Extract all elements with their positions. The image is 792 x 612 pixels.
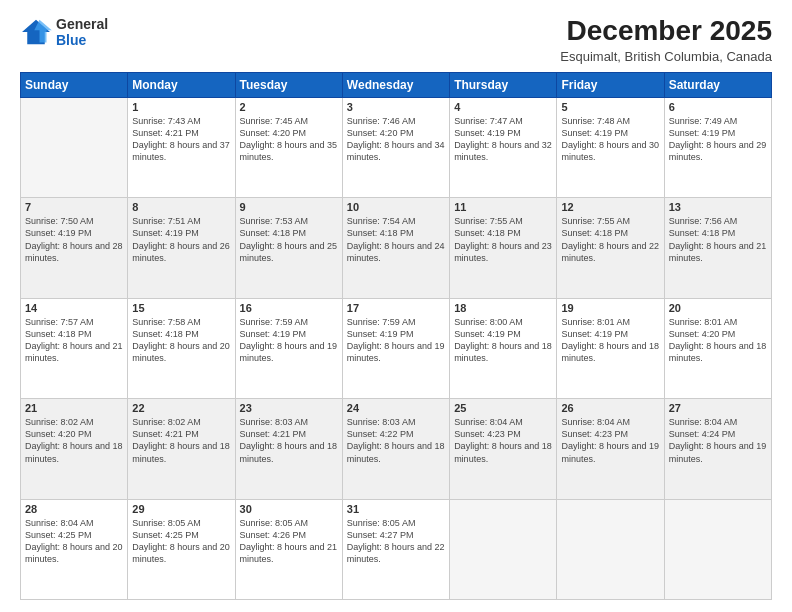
day-number: 4 [454,101,552,113]
day-number: 20 [669,302,767,314]
table-row: 22Sunrise: 8:02 AMSunset: 4:21 PMDayligh… [128,399,235,499]
table-row: 19Sunrise: 8:01 AMSunset: 4:19 PMDayligh… [557,298,664,398]
table-row: 12Sunrise: 7:55 AMSunset: 4:18 PMDayligh… [557,198,664,298]
day-number: 28 [25,503,123,515]
cell-details: Sunrise: 8:04 AMSunset: 4:25 PMDaylight:… [25,517,123,566]
table-row: 6Sunrise: 7:49 AMSunset: 4:19 PMDaylight… [664,97,771,197]
table-row: 8Sunrise: 7:51 AMSunset: 4:19 PMDaylight… [128,198,235,298]
cell-details: Sunrise: 8:05 AMSunset: 4:26 PMDaylight:… [240,517,338,566]
day-number: 26 [561,402,659,414]
cell-details: Sunrise: 7:50 AMSunset: 4:19 PMDaylight:… [25,215,123,264]
cell-details: Sunrise: 8:01 AMSunset: 4:20 PMDaylight:… [669,316,767,365]
table-row: 1Sunrise: 7:43 AMSunset: 4:21 PMDaylight… [128,97,235,197]
day-number: 6 [669,101,767,113]
day-header-saturday: Saturday [664,72,771,97]
day-number: 14 [25,302,123,314]
cell-details: Sunrise: 7:55 AMSunset: 4:18 PMDaylight:… [454,215,552,264]
table-row: 25Sunrise: 8:04 AMSunset: 4:23 PMDayligh… [450,399,557,499]
day-header-friday: Friday [557,72,664,97]
calendar-table: SundayMondayTuesdayWednesdayThursdayFrid… [20,72,772,600]
header: General Blue December 2025 Esquimalt, Br… [20,16,772,64]
cell-details: Sunrise: 7:46 AMSunset: 4:20 PMDaylight:… [347,115,445,164]
day-number: 16 [240,302,338,314]
day-number: 17 [347,302,445,314]
table-row: 10Sunrise: 7:54 AMSunset: 4:18 PMDayligh… [342,198,449,298]
table-row [450,499,557,599]
table-row: 7Sunrise: 7:50 AMSunset: 4:19 PMDaylight… [21,198,128,298]
day-number: 30 [240,503,338,515]
table-row: 13Sunrise: 7:56 AMSunset: 4:18 PMDayligh… [664,198,771,298]
table-row: 16Sunrise: 7:59 AMSunset: 4:19 PMDayligh… [235,298,342,398]
day-number: 11 [454,201,552,213]
cell-details: Sunrise: 7:49 AMSunset: 4:19 PMDaylight:… [669,115,767,164]
cell-details: Sunrise: 7:56 AMSunset: 4:18 PMDaylight:… [669,215,767,264]
day-number: 24 [347,402,445,414]
subtitle: Esquimalt, British Columbia, Canada [560,49,772,64]
table-row: 23Sunrise: 8:03 AMSunset: 4:21 PMDayligh… [235,399,342,499]
cell-details: Sunrise: 7:54 AMSunset: 4:18 PMDaylight:… [347,215,445,264]
table-row [664,499,771,599]
cell-details: Sunrise: 7:55 AMSunset: 4:18 PMDaylight:… [561,215,659,264]
day-header-thursday: Thursday [450,72,557,97]
day-header-sunday: Sunday [21,72,128,97]
cell-details: Sunrise: 8:05 AMSunset: 4:27 PMDaylight:… [347,517,445,566]
table-row [557,499,664,599]
cell-details: Sunrise: 7:47 AMSunset: 4:19 PMDaylight:… [454,115,552,164]
table-row: 30Sunrise: 8:05 AMSunset: 4:26 PMDayligh… [235,499,342,599]
cell-details: Sunrise: 7:48 AMSunset: 4:19 PMDaylight:… [561,115,659,164]
day-number: 18 [454,302,552,314]
cell-details: Sunrise: 8:04 AMSunset: 4:24 PMDaylight:… [669,416,767,465]
day-header-monday: Monday [128,72,235,97]
day-number: 9 [240,201,338,213]
table-row: 24Sunrise: 8:03 AMSunset: 4:22 PMDayligh… [342,399,449,499]
table-row: 3Sunrise: 7:46 AMSunset: 4:20 PMDaylight… [342,97,449,197]
table-row: 31Sunrise: 8:05 AMSunset: 4:27 PMDayligh… [342,499,449,599]
day-number: 29 [132,503,230,515]
cell-details: Sunrise: 7:58 AMSunset: 4:18 PMDaylight:… [132,316,230,365]
day-number: 23 [240,402,338,414]
table-row: 18Sunrise: 8:00 AMSunset: 4:19 PMDayligh… [450,298,557,398]
cell-details: Sunrise: 8:03 AMSunset: 4:22 PMDaylight:… [347,416,445,465]
page: General Blue December 2025 Esquimalt, Br… [0,0,792,612]
day-number: 31 [347,503,445,515]
day-number: 25 [454,402,552,414]
title-block: December 2025 Esquimalt, British Columbi… [560,16,772,64]
day-number: 10 [347,201,445,213]
day-header-wednesday: Wednesday [342,72,449,97]
table-row: 20Sunrise: 8:01 AMSunset: 4:20 PMDayligh… [664,298,771,398]
day-number: 21 [25,402,123,414]
day-number: 19 [561,302,659,314]
day-number: 3 [347,101,445,113]
cell-details: Sunrise: 8:05 AMSunset: 4:25 PMDaylight:… [132,517,230,566]
day-number: 1 [132,101,230,113]
day-number: 12 [561,201,659,213]
cell-details: Sunrise: 7:59 AMSunset: 4:19 PMDaylight:… [240,316,338,365]
table-row: 21Sunrise: 8:02 AMSunset: 4:20 PMDayligh… [21,399,128,499]
table-row: 28Sunrise: 8:04 AMSunset: 4:25 PMDayligh… [21,499,128,599]
cell-details: Sunrise: 8:00 AMSunset: 4:19 PMDaylight:… [454,316,552,365]
day-number: 2 [240,101,338,113]
table-row [21,97,128,197]
cell-details: Sunrise: 7:51 AMSunset: 4:19 PMDaylight:… [132,215,230,264]
table-row: 4Sunrise: 7:47 AMSunset: 4:19 PMDaylight… [450,97,557,197]
cell-details: Sunrise: 8:04 AMSunset: 4:23 PMDaylight:… [561,416,659,465]
cell-details: Sunrise: 8:02 AMSunset: 4:21 PMDaylight:… [132,416,230,465]
table-row: 17Sunrise: 7:59 AMSunset: 4:19 PMDayligh… [342,298,449,398]
table-row: 29Sunrise: 8:05 AMSunset: 4:25 PMDayligh… [128,499,235,599]
day-number: 5 [561,101,659,113]
table-row: 2Sunrise: 7:45 AMSunset: 4:20 PMDaylight… [235,97,342,197]
table-row: 15Sunrise: 7:58 AMSunset: 4:18 PMDayligh… [128,298,235,398]
logo: General Blue [20,16,108,48]
day-number: 22 [132,402,230,414]
table-row: 14Sunrise: 7:57 AMSunset: 4:18 PMDayligh… [21,298,128,398]
cell-details: Sunrise: 8:03 AMSunset: 4:21 PMDaylight:… [240,416,338,465]
table-row: 11Sunrise: 7:55 AMSunset: 4:18 PMDayligh… [450,198,557,298]
cell-details: Sunrise: 7:45 AMSunset: 4:20 PMDaylight:… [240,115,338,164]
table-row: 5Sunrise: 7:48 AMSunset: 4:19 PMDaylight… [557,97,664,197]
table-row: 27Sunrise: 8:04 AMSunset: 4:24 PMDayligh… [664,399,771,499]
cell-details: Sunrise: 8:04 AMSunset: 4:23 PMDaylight:… [454,416,552,465]
logo-text: General Blue [56,16,108,48]
table-row: 9Sunrise: 7:53 AMSunset: 4:18 PMDaylight… [235,198,342,298]
cell-details: Sunrise: 8:02 AMSunset: 4:20 PMDaylight:… [25,416,123,465]
day-header-tuesday: Tuesday [235,72,342,97]
